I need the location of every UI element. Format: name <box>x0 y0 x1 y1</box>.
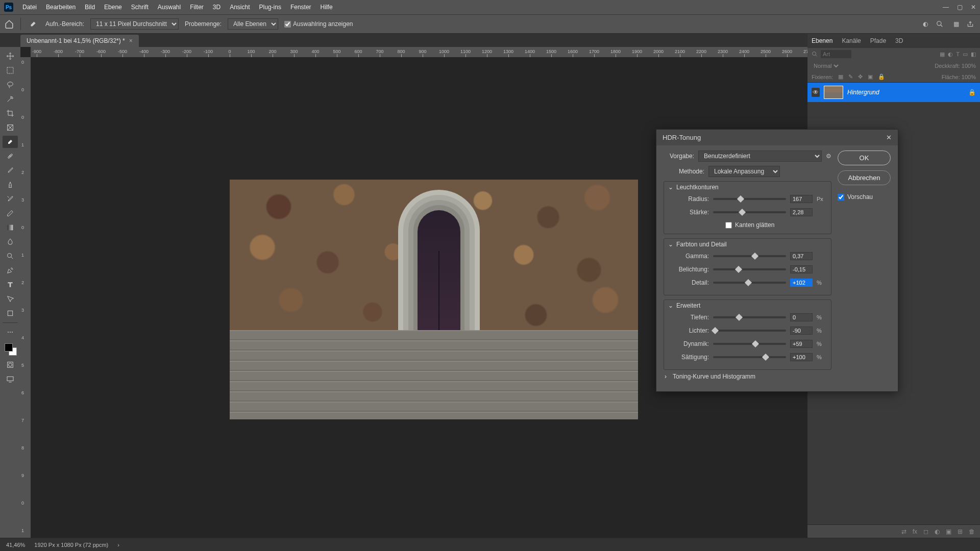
lock-artboard-icon[interactable]: ▣ <box>868 73 873 80</box>
filter-smart-icon[interactable]: ◧ <box>971 51 976 58</box>
magic-wand-tool[interactable] <box>3 93 18 105</box>
detail-input[interactable] <box>790 279 813 287</box>
move-tool[interactable] <box>3 50 18 62</box>
new-layer-icon[interactable]: ⊞ <box>958 528 963 535</box>
menu-view[interactable]: Ansicht <box>230 4 250 11</box>
preset-select[interactable]: Benutzerdefiniert <box>698 151 822 162</box>
gamma-input[interactable] <box>790 252 813 260</box>
search-icon[interactable] <box>936 20 945 28</box>
menu-edit[interactable]: Bearbeiten <box>46 4 76 11</box>
shape-tool[interactable] <box>3 307 18 319</box>
section-edge-glow-header[interactable]: ⌄ Leuchtkonturen <box>668 184 826 191</box>
tab-layers[interactable]: Ebenen <box>812 37 832 44</box>
layer-thumbnail[interactable] <box>824 86 843 99</box>
close-icon[interactable]: ✕ <box>971 4 976 11</box>
ok-button[interactable]: OK <box>838 151 891 165</box>
search-icon[interactable] <box>812 51 818 57</box>
radius-slider[interactable] <box>713 198 786 200</box>
zoom-level[interactable]: 41,46% <box>6 542 25 548</box>
saturation-slider[interactable] <box>713 356 786 358</box>
screen-mode-icon[interactable] <box>3 373 18 385</box>
preview-checkbox[interactable]: Vorschau <box>838 193 891 201</box>
adjustment-icon[interactable]: ◐ <box>935 528 940 535</box>
section-tone-detail-header[interactable]: ⌄ Farbton und Detail <box>668 241 826 248</box>
type-tool[interactable] <box>3 279 18 291</box>
share-icon[interactable] <box>967 20 976 28</box>
preset-gear-icon[interactable]: ⚙ <box>826 153 831 160</box>
cloud-icon[interactable]: ◐ <box>921 20 930 28</box>
menu-type[interactable]: Schrift <box>131 4 149 11</box>
menu-window[interactable]: Fenster <box>290 4 311 11</box>
cancel-button[interactable]: Abbrechen <box>838 170 891 185</box>
menu-3d[interactable]: 3D <box>213 4 220 11</box>
vibrance-slider[interactable] <box>713 343 786 345</box>
lock-all-icon[interactable]: 🔒 <box>878 73 885 80</box>
menu-help[interactable]: Hilfe <box>321 4 333 11</box>
method-select[interactable]: Lokale Anpassung <box>708 166 780 177</box>
dialog-titlebar[interactable]: HDR-Tonung ✕ <box>656 130 898 145</box>
menu-layer[interactable]: Ebene <box>104 4 122 11</box>
section-advanced-header[interactable]: ⌄ Erweitert <box>668 302 826 309</box>
detail-slider[interactable] <box>713 282 786 284</box>
show-selection-checkbox[interactable]: Auswahlring anzeigen <box>284 20 353 28</box>
blend-mode-select[interactable]: Normal <box>812 62 840 69</box>
menu-filter[interactable]: Filter <box>190 4 204 11</box>
shadows-input[interactable] <box>790 313 813 321</box>
menu-plugins[interactable]: Plug-ins <box>259 4 281 11</box>
history-brush-tool[interactable] <box>3 193 18 205</box>
gradient-tool[interactable] <box>3 221 18 234</box>
filter-type-icon[interactable]: T <box>956 51 960 58</box>
doc-info[interactable]: 1920 Px x 1080 Px (72 ppcm) <box>34 542 108 548</box>
workspace-icon[interactable]: ▦ <box>951 20 961 28</box>
tab-3d[interactable]: 3D <box>895 37 903 44</box>
strength-slider[interactable] <box>713 211 786 213</box>
layer-lock-icon[interactable]: 🔒 <box>968 89 976 96</box>
status-chevron-icon[interactable]: › <box>117 542 119 548</box>
dodge-tool[interactable] <box>3 250 18 262</box>
highlights-slider[interactable] <box>713 330 786 332</box>
layer-visibility-icon[interactable]: 👁 <box>812 88 820 97</box>
pen-tool[interactable] <box>3 264 18 277</box>
exposure-input[interactable] <box>790 265 813 273</box>
document-tab[interactable]: Unbenannt-1 bei 41,5% (RGB/32*) * × <box>20 35 139 47</box>
group-icon[interactable]: ▣ <box>946 528 951 535</box>
shadows-slider[interactable] <box>713 316 786 318</box>
color-swatches[interactable] <box>3 342 18 357</box>
document-canvas[interactable] <box>230 180 638 419</box>
saturation-input[interactable] <box>790 353 813 361</box>
filter-adjust-icon[interactable]: ◐ <box>948 51 953 58</box>
eraser-tool[interactable] <box>3 207 18 219</box>
filter-shape-icon[interactable]: ▭ <box>963 51 968 58</box>
lock-position-icon[interactable]: ✎ <box>848 73 853 80</box>
close-tab-icon[interactable]: × <box>129 37 133 44</box>
brush-tool[interactable] <box>3 164 18 177</box>
lock-pixels-icon[interactable]: ▦ <box>838 73 843 80</box>
sample-size-select[interactable]: 11 x 11 Pixel Durchschnitt <box>90 18 179 30</box>
path-tool[interactable] <box>3 293 18 305</box>
minimize-icon[interactable]: — <box>943 4 949 11</box>
filter-pixel-icon[interactable]: ▦ <box>940 51 945 58</box>
tab-channels[interactable]: Kanäle <box>842 37 861 44</box>
link-layers-icon[interactable]: ⇄ <box>901 528 906 535</box>
eyedropper-tool[interactable] <box>3 136 18 148</box>
layer-filter-input[interactable] <box>821 50 851 58</box>
dialog-close-icon[interactable]: ✕ <box>886 134 892 141</box>
section-curve-header[interactable]: › Toning-Kurve und Histogramm <box>665 373 831 380</box>
exposure-slider[interactable] <box>713 268 786 270</box>
clone-tool[interactable] <box>3 179 18 191</box>
eyedropper-icon[interactable] <box>27 18 39 30</box>
smooth-edges-checkbox[interactable]: Kanten glätten <box>725 221 826 229</box>
delete-icon[interactable]: 🗑 <box>969 528 975 535</box>
highlights-input[interactable] <box>790 327 813 335</box>
ellipsis-icon[interactable]: ⋯ <box>3 326 18 338</box>
maximize-icon[interactable]: ▢ <box>957 4 963 11</box>
sample-target-select[interactable]: Alle Ebenen <box>228 18 278 30</box>
ruler-horizontal[interactable]: -900-800-700-600-500-400-300-200-1000100… <box>31 47 807 57</box>
frame-tool[interactable] <box>3 121 18 134</box>
mask-icon[interactable]: ◻ <box>923 528 928 535</box>
tab-paths[interactable]: Pfade <box>870 37 886 44</box>
strength-input[interactable] <box>790 208 813 216</box>
home-icon[interactable] <box>4 19 14 29</box>
layer-row-background[interactable]: 👁 Hintergrund 🔒 <box>807 83 980 102</box>
blur-tool[interactable] <box>3 236 18 248</box>
